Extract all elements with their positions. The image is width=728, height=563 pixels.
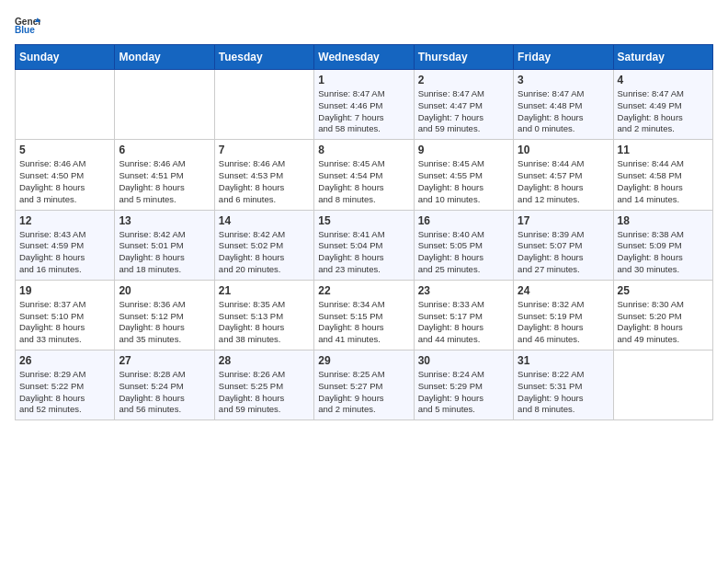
day-number: 8: [318, 144, 409, 156]
cell-text: Sunrise: 8:24 AM Sunset: 5:29 PM Dayligh…: [418, 369, 509, 416]
day-number: 4: [618, 74, 709, 86]
day-number: 11: [618, 144, 709, 156]
calendar-body: 1Sunrise: 8:47 AM Sunset: 4:46 PM Daylig…: [16, 70, 713, 420]
calendar-cell: [613, 350, 712, 420]
day-number: 25: [618, 284, 709, 297]
cell-text: Sunrise: 8:28 AM Sunset: 5:24 PM Dayligh…: [119, 369, 210, 416]
day-number: 19: [19, 284, 110, 297]
calendar-cell: 3Sunrise: 8:47 AM Sunset: 4:48 PM Daylig…: [514, 70, 613, 140]
day-number: 26: [19, 354, 110, 367]
cell-text: Sunrise: 8:36 AM Sunset: 5:12 PM Dayligh…: [119, 299, 210, 346]
calendar-cell: 13Sunrise: 8:42 AM Sunset: 5:01 PM Dayli…: [115, 210, 214, 280]
calendar-cell: 6Sunrise: 8:46 AM Sunset: 4:51 PM Daylig…: [115, 140, 214, 210]
week-row-4: 26Sunrise: 8:29 AM Sunset: 5:22 PM Dayli…: [16, 350, 713, 420]
calendar-cell: [214, 70, 313, 140]
day-number: 30: [418, 354, 509, 367]
weekday-header: SundayMondayTuesdayWednesdayThursdayFrid…: [16, 45, 713, 70]
day-number: 14: [219, 214, 310, 227]
cell-text: Sunrise: 8:34 AM Sunset: 5:15 PM Dayligh…: [318, 299, 409, 346]
day-number: 5: [19, 144, 110, 156]
cell-text: Sunrise: 8:41 AM Sunset: 5:04 PM Dayligh…: [318, 229, 409, 276]
cell-text: Sunrise: 8:40 AM Sunset: 5:05 PM Dayligh…: [418, 229, 509, 276]
weekday-thursday: Thursday: [414, 45, 513, 70]
cell-text: Sunrise: 8:42 AM Sunset: 5:01 PM Dayligh…: [119, 229, 210, 276]
day-number: 7: [219, 144, 310, 156]
cell-text: Sunrise: 8:38 AM Sunset: 5:09 PM Dayligh…: [618, 229, 709, 276]
calendar-cell: 24Sunrise: 8:32 AM Sunset: 5:19 PM Dayli…: [514, 280, 613, 350]
calendar-cell: 28Sunrise: 8:26 AM Sunset: 5:25 PM Dayli…: [214, 350, 313, 420]
calendar-cell: 26Sunrise: 8:29 AM Sunset: 5:22 PM Dayli…: [16, 350, 115, 420]
calendar-cell: 2Sunrise: 8:47 AM Sunset: 4:47 PM Daylig…: [414, 70, 513, 140]
day-number: 24: [518, 284, 609, 297]
week-row-2: 12Sunrise: 8:43 AM Sunset: 4:59 PM Dayli…: [16, 210, 713, 280]
day-number: 27: [119, 354, 210, 367]
svg-text:Blue: Blue: [15, 25, 35, 35]
calendar-cell: 22Sunrise: 8:34 AM Sunset: 5:15 PM Dayli…: [314, 280, 414, 350]
day-number: 1: [318, 74, 409, 86]
calendar-cell: 5Sunrise: 8:46 AM Sunset: 4:50 PM Daylig…: [16, 140, 115, 210]
calendar-cell: 19Sunrise: 8:37 AM Sunset: 5:10 PM Dayli…: [16, 280, 115, 350]
calendar-cell: 20Sunrise: 8:36 AM Sunset: 5:12 PM Dayli…: [115, 280, 214, 350]
weekday-friday: Friday: [514, 45, 613, 70]
day-number: 22: [318, 284, 409, 297]
cell-text: Sunrise: 8:45 AM Sunset: 4:54 PM Dayligh…: [318, 158, 409, 205]
cell-text: Sunrise: 8:46 AM Sunset: 4:51 PM Dayligh…: [119, 158, 210, 205]
cell-text: Sunrise: 8:22 AM Sunset: 5:31 PM Dayligh…: [518, 369, 609, 416]
cell-text: Sunrise: 8:45 AM Sunset: 4:55 PM Dayligh…: [418, 158, 509, 205]
weekday-sunday: Sunday: [16, 45, 115, 70]
day-number: 16: [418, 214, 509, 227]
weekday-wednesday: Wednesday: [314, 45, 414, 70]
day-number: 20: [119, 284, 210, 297]
calendar: SundayMondayTuesdayWednesdayThursdayFrid…: [15, 44, 713, 420]
cell-text: Sunrise: 8:33 AM Sunset: 5:17 PM Dayligh…: [418, 299, 509, 346]
weekday-tuesday: Tuesday: [214, 45, 313, 70]
calendar-cell: 16Sunrise: 8:40 AM Sunset: 5:05 PM Dayli…: [414, 210, 513, 280]
day-number: 29: [318, 354, 409, 367]
calendar-cell: 21Sunrise: 8:35 AM Sunset: 5:13 PM Dayli…: [214, 280, 313, 350]
cell-text: Sunrise: 8:25 AM Sunset: 5:27 PM Dayligh…: [318, 369, 409, 416]
cell-text: Sunrise: 8:46 AM Sunset: 4:53 PM Dayligh…: [219, 158, 310, 205]
day-number: 6: [119, 144, 210, 156]
cell-text: Sunrise: 8:30 AM Sunset: 5:20 PM Dayligh…: [618, 299, 709, 346]
cell-text: Sunrise: 8:46 AM Sunset: 4:50 PM Dayligh…: [19, 158, 110, 205]
weekday-saturday: Saturday: [613, 45, 712, 70]
day-number: 13: [119, 214, 210, 227]
cell-text: Sunrise: 8:47 AM Sunset: 4:49 PM Dayligh…: [618, 88, 709, 135]
cell-text: Sunrise: 8:29 AM Sunset: 5:22 PM Dayligh…: [19, 369, 110, 416]
cell-text: Sunrise: 8:44 AM Sunset: 4:58 PM Dayligh…: [618, 158, 709, 205]
calendar-cell: 4Sunrise: 8:47 AM Sunset: 4:49 PM Daylig…: [613, 70, 712, 140]
calendar-cell: 9Sunrise: 8:45 AM Sunset: 4:55 PM Daylig…: [414, 140, 513, 210]
day-number: 31: [518, 354, 609, 367]
cell-text: Sunrise: 8:32 AM Sunset: 5:19 PM Dayligh…: [518, 299, 609, 346]
calendar-cell: 11Sunrise: 8:44 AM Sunset: 4:58 PM Dayli…: [613, 140, 712, 210]
day-number: 28: [219, 354, 310, 367]
calendar-cell: 8Sunrise: 8:45 AM Sunset: 4:54 PM Daylig…: [314, 140, 414, 210]
week-row-1: 5Sunrise: 8:46 AM Sunset: 4:50 PM Daylig…: [16, 140, 713, 210]
day-number: 15: [318, 214, 409, 227]
calendar-cell: 25Sunrise: 8:30 AM Sunset: 5:20 PM Dayli…: [613, 280, 712, 350]
calendar-cell: 10Sunrise: 8:44 AM Sunset: 4:57 PM Dayli…: [514, 140, 613, 210]
calendar-cell: 27Sunrise: 8:28 AM Sunset: 5:24 PM Dayli…: [115, 350, 214, 420]
cell-text: Sunrise: 8:35 AM Sunset: 5:13 PM Dayligh…: [219, 299, 310, 346]
calendar-cell: 30Sunrise: 8:24 AM Sunset: 5:29 PM Dayli…: [414, 350, 513, 420]
calendar-cell: 31Sunrise: 8:22 AM Sunset: 5:31 PM Dayli…: [514, 350, 613, 420]
calendar-cell: 15Sunrise: 8:41 AM Sunset: 5:04 PM Dayli…: [314, 210, 414, 280]
calendar-cell: 17Sunrise: 8:39 AM Sunset: 5:07 PM Dayli…: [514, 210, 613, 280]
day-number: 23: [418, 284, 509, 297]
cell-text: Sunrise: 8:47 AM Sunset: 4:47 PM Dayligh…: [418, 88, 509, 135]
calendar-cell: 14Sunrise: 8:42 AM Sunset: 5:02 PM Dayli…: [214, 210, 313, 280]
day-number: 17: [518, 214, 609, 227]
cell-text: Sunrise: 8:44 AM Sunset: 4:57 PM Dayligh…: [518, 158, 609, 205]
cell-text: Sunrise: 8:39 AM Sunset: 5:07 PM Dayligh…: [518, 229, 609, 276]
calendar-cell: 12Sunrise: 8:43 AM Sunset: 4:59 PM Dayli…: [16, 210, 115, 280]
week-row-0: 1Sunrise: 8:47 AM Sunset: 4:46 PM Daylig…: [16, 70, 713, 140]
logo-icon: General Blue: [15, 15, 40, 35]
weekday-monday: Monday: [115, 45, 214, 70]
calendar-cell: 7Sunrise: 8:46 AM Sunset: 4:53 PM Daylig…: [214, 140, 313, 210]
day-number: 2: [418, 74, 509, 86]
header: General Blue: [15, 15, 713, 35]
calendar-cell: 29Sunrise: 8:25 AM Sunset: 5:27 PM Dayli…: [314, 350, 414, 420]
calendar-cell: [16, 70, 115, 140]
calendar-cell: 23Sunrise: 8:33 AM Sunset: 5:17 PM Dayli…: [414, 280, 513, 350]
day-number: 21: [219, 284, 310, 297]
